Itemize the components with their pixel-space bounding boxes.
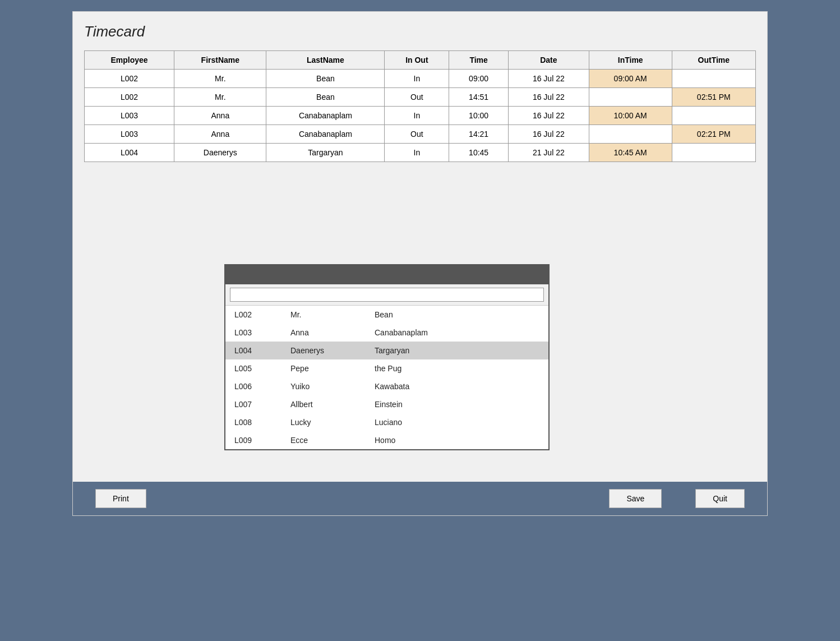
dropdown-item[interactable]: L008LuckyLuciano	[225, 413, 548, 431]
table-cell: 09:00	[449, 70, 509, 88]
employee-dropdown[interactable]: L002Mr.BeanL003AnnaCanabanaplamL004Daene…	[224, 264, 550, 450]
dropdown-item-lastname: the Pug	[375, 364, 539, 373]
table-cell: L002	[85, 70, 174, 88]
table-cell: Anna	[174, 107, 266, 125]
dropdown-item-lastname: Canabanaplam	[375, 328, 539, 337]
table-row: L002Mr.BeanOut14:5116 Jul 2202:51 PM	[85, 88, 756, 107]
table-cell: In	[385, 144, 449, 162]
table-cell	[589, 125, 672, 144]
dropdown-item-id: L004	[234, 346, 290, 355]
table-cell	[672, 107, 755, 125]
dropdown-item-id: L006	[234, 382, 290, 391]
table-cell: 10:45	[449, 144, 509, 162]
dropdown-item[interactable]: L006YuikoKawabata	[225, 377, 548, 395]
table-cell: 16 Jul 22	[508, 107, 589, 125]
dropdown-item-id: L008	[234, 418, 290, 427]
dropdown-item[interactable]: L002Mr.Bean	[225, 306, 548, 324]
table-cell: L003	[85, 107, 174, 125]
dropdown-item-firstname: Ecce	[290, 436, 375, 445]
table-cell: Canabanaplam	[266, 125, 385, 144]
save-button[interactable]: Save	[609, 489, 662, 508]
table-cell: 02:51 PM	[672, 88, 755, 107]
table-cell: Mr.	[174, 70, 266, 88]
dropdown-item-lastname: Kawabata	[375, 382, 539, 391]
col-header-employee: Employee	[85, 51, 174, 70]
dropdown-item-lastname: Homo	[375, 436, 539, 445]
table-cell: 14:51	[449, 88, 509, 107]
table-cell: 14:21	[449, 125, 509, 144]
table-cell: 10:45 AM	[589, 144, 672, 162]
table-cell: Canabanaplam	[266, 107, 385, 125]
bottom-bar: Print Save Quit	[73, 482, 767, 515]
table-cell: 16 Jul 22	[508, 125, 589, 144]
col-header-in-out: In Out	[385, 51, 449, 70]
dropdown-item-id: L002	[234, 310, 290, 319]
table-cell	[589, 88, 672, 107]
table-cell: L002	[85, 88, 174, 107]
dropdown-search-bar	[225, 284, 548, 306]
dropdown-item-firstname: Yuiko	[290, 382, 375, 391]
dropdown-item-firstname: Daenerys	[290, 346, 375, 355]
dropdown-item-lastname: Targaryan	[375, 346, 539, 355]
quit-button[interactable]: Quit	[695, 489, 745, 508]
table-row: L004DaenerysTargaryanIn10:4521 Jul 2210:…	[85, 144, 756, 162]
dropdown-item[interactable]: L004DaenerysTargaryan	[225, 342, 548, 359]
dropdown-item-id: L003	[234, 328, 290, 337]
table-cell: Out	[385, 125, 449, 144]
dropdown-item-firstname: Allbert	[290, 400, 375, 409]
dropdown-list: L002Mr.BeanL003AnnaCanabanaplamL004Daene…	[225, 306, 548, 449]
table-cell: Bean	[266, 70, 385, 88]
table-row: L003AnnaCanabanaplamIn10:0016 Jul 2210:0…	[85, 107, 756, 125]
col-header-time: Time	[449, 51, 509, 70]
table-cell: 10:00 AM	[589, 107, 672, 125]
dropdown-search-input[interactable]	[230, 288, 544, 302]
table-cell: Bean	[266, 88, 385, 107]
table-row: L003AnnaCanabanaplamOut14:2116 Jul 2202:…	[85, 125, 756, 144]
dropdown-item[interactable]: L003AnnaCanabanaplam	[225, 324, 548, 342]
col-header-lastname: LastName	[266, 51, 385, 70]
dropdown-item-lastname: Luciano	[375, 418, 539, 427]
dropdown-item-firstname: Pepe	[290, 364, 375, 373]
dropdown-item-firstname: Lucky	[290, 418, 375, 427]
table-cell: In	[385, 70, 449, 88]
table-cell: 21 Jul 22	[508, 144, 589, 162]
table-header-row: EmployeeFirstNameLastNameIn OutTimeDateI…	[85, 51, 756, 70]
table-cell: 16 Jul 22	[508, 70, 589, 88]
table-cell: 10:00	[449, 107, 509, 125]
dropdown-item[interactable]: L009EcceHomo	[225, 431, 548, 449]
dropdown-item-lastname: Bean	[375, 310, 539, 319]
dropdown-item-id: L009	[234, 436, 290, 445]
table-row: L002Mr.BeanIn09:0016 Jul 2209:00 AM	[85, 70, 756, 88]
dropdown-item-id: L005	[234, 364, 290, 373]
table-cell: 09:00 AM	[589, 70, 672, 88]
col-header-intime: InTime	[589, 51, 672, 70]
main-window: Timecard EmployeeFirstNameLastNameIn Out…	[72, 11, 768, 516]
table-cell	[672, 70, 755, 88]
table-cell: Anna	[174, 125, 266, 144]
table-cell: Mr.	[174, 88, 266, 107]
col-header-date: Date	[508, 51, 589, 70]
table-cell: In	[385, 107, 449, 125]
dropdown-item-id: L007	[234, 400, 290, 409]
table-cell: Daenerys	[174, 144, 266, 162]
table-cell: 02:21 PM	[672, 125, 755, 144]
print-button[interactable]: Print	[95, 489, 146, 508]
col-header-firstname: FirstName	[174, 51, 266, 70]
dropdown-header	[225, 265, 548, 284]
table-cell	[672, 144, 755, 162]
dropdown-item[interactable]: L007AllbertEinstein	[225, 395, 548, 413]
table-cell: Out	[385, 88, 449, 107]
col-header-outtime: OutTime	[672, 51, 755, 70]
timecard-table: EmployeeFirstNameLastNameIn OutTimeDateI…	[84, 50, 756, 162]
table-cell: L003	[85, 125, 174, 144]
dropdown-item-firstname: Anna	[290, 328, 375, 337]
page-title: Timecard	[84, 23, 756, 40]
dropdown-item-firstname: Mr.	[290, 310, 375, 319]
table-cell: L004	[85, 144, 174, 162]
dropdown-item-lastname: Einstein	[375, 400, 539, 409]
dropdown-item[interactable]: L005Pepethe Pug	[225, 359, 548, 377]
table-cell: Targaryan	[266, 144, 385, 162]
table-cell: 16 Jul 22	[508, 88, 589, 107]
